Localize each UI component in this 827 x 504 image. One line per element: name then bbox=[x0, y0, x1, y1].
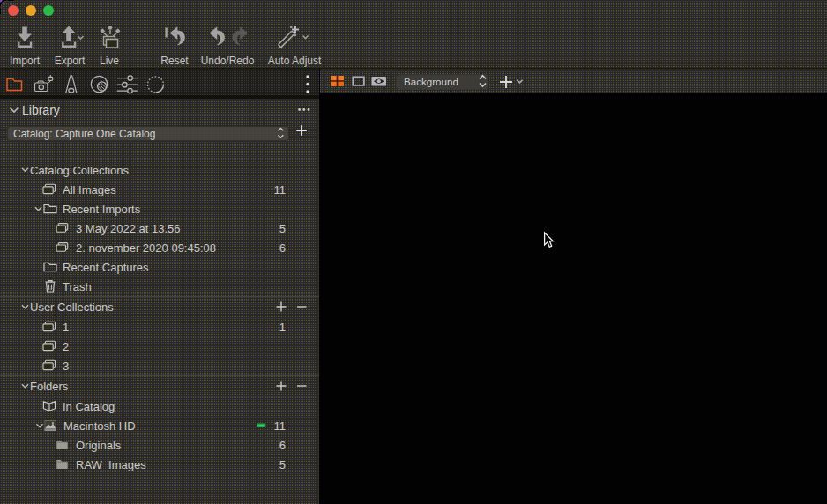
svg-text:Background: Background bbox=[404, 76, 458, 87]
